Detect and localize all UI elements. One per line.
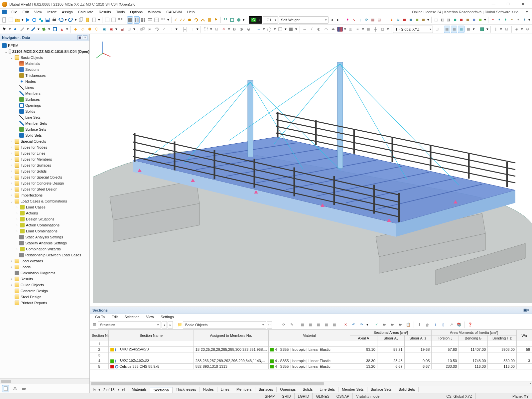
- bt-del-icon[interactable]: ✕: [342, 321, 349, 329]
- snap-line-icon[interactable]: ─: [302, 26, 308, 33]
- nav-tab-eye-icon[interactable]: [11, 385, 19, 392]
- redo-drop-icon[interactable]: ▾: [74, 16, 77, 24]
- bt-fx3-icon[interactable]: fх: [397, 321, 404, 329]
- axes2-icon[interactable]: ✶: [496, 16, 502, 24]
- tool-force-icon[interactable]: ↓: [357, 16, 363, 24]
- tree-lc6[interactable]: Static Analysis Settings: [0, 234, 89, 240]
- axes-toggle-icon[interactable]: ┼: [372, 26, 379, 33]
- mirror-icon[interactable]: [147, 26, 153, 33]
- panel-mono-icon[interactable]: [127, 16, 133, 24]
- workplane4-icon[interactable]: ▦: [465, 26, 471, 33]
- tab-nodes[interactable]: Nodes: [200, 387, 217, 392]
- table-row[interactable]: 4ⅠUKC 152x152x30283,286,287,289-292,296-…: [90, 358, 532, 364]
- tool-sq4-icon[interactable]: ◼: [421, 16, 426, 24]
- menu-edit[interactable]: Edit: [21, 9, 31, 15]
- tool-sq3-icon[interactable]: ◼: [414, 16, 420, 24]
- tab-surfaces[interactable]: Surfaces: [255, 387, 277, 392]
- cube-drop-icon[interactable]: ▾: [273, 26, 276, 33]
- tool-moment-icon[interactable]: ⟳: [364, 16, 369, 24]
- table-row[interactable]: 3: [90, 352, 532, 358]
- back-arrow-icon[interactable]: ←: [255, 26, 262, 33]
- bottom-dock-icon[interactable]: ▣: [523, 308, 527, 312]
- tab-solid-sets[interactable]: Solid Sets: [395, 387, 419, 392]
- workplane-drop-icon[interactable]: ▾: [472, 26, 475, 33]
- tree-types-lines[interactable]: ›Types for Lines: [0, 150, 89, 156]
- bt-trash-icon[interactable]: 🗑: [424, 321, 431, 329]
- tab-thicknesses[interactable]: Thicknesses: [173, 387, 200, 392]
- view-c5-icon[interactable]: ◼: [477, 16, 483, 24]
- addon-grid1-icon[interactable]: [222, 16, 228, 24]
- status-vis[interactable]: Visibility mode: [353, 393, 383, 399]
- support-tool-icon[interactable]: ▲: [59, 26, 65, 33]
- support-drop-icon[interactable]: ▾: [66, 26, 69, 33]
- panel-grid-icon[interactable]: [140, 16, 146, 24]
- new-block-icon[interactable]: [8, 16, 14, 24]
- menu-calculate[interactable]: Calculate: [76, 9, 95, 15]
- menu-results[interactable]: Results: [97, 9, 113, 15]
- page-first-icon[interactable]: I◂: [92, 388, 96, 391]
- menu-view[interactable]: View: [32, 9, 44, 15]
- view-c2-icon[interactable]: ◼: [459, 16, 464, 24]
- snap-grad-icon[interactable]: [337, 27, 343, 32]
- crop-icon[interactable]: ◫: [347, 26, 353, 33]
- menu-options[interactable]: Options: [128, 9, 145, 15]
- rotate-icon[interactable]: [154, 26, 160, 33]
- tree-lw[interactable]: ›Load Wizards: [0, 258, 89, 264]
- tool-sq-icon[interactable]: ◼: [402, 16, 407, 24]
- special-obj3-icon[interactable]: ⬣: [86, 26, 93, 33]
- menu-window[interactable]: Window: [146, 9, 163, 15]
- axes5-icon[interactable]: ✶: [515, 16, 521, 24]
- tree-types-members[interactable]: ›Types for Members: [0, 156, 89, 162]
- bt-clip-icon[interactable]: 📋: [405, 321, 412, 329]
- axes-drop-icon[interactable]: ▾: [528, 16, 531, 24]
- copy-icon[interactable]: [78, 16, 84, 24]
- bt-grid1-icon[interactable]: ▦: [299, 321, 306, 329]
- bt-grid3-icon[interactable]: ▦: [315, 321, 322, 329]
- divide-icon[interactable]: ⊹: [168, 26, 174, 33]
- col-Iz[interactable]: Bending I_z: [488, 335, 517, 341]
- nav-data-icon[interactable]: [104, 16, 110, 24]
- calc-result-icon[interactable]: [206, 16, 212, 24]
- sections-table[interactable]: Section No. Section Name Assigned to Mem…: [90, 330, 532, 381]
- ortho-drop-icon[interactable]: ▾: [386, 26, 389, 33]
- close-button[interactable]: ✕: [515, 0, 530, 9]
- col-Iy[interactable]: Bending Iᵧ: [459, 335, 488, 341]
- paste-icon[interactable]: [84, 16, 90, 24]
- workplane3-icon[interactable]: ▦: [458, 26, 464, 33]
- 3d-viewport[interactable]: [90, 34, 532, 307]
- tab-surface-sets[interactable]: Surface Sets: [367, 387, 395, 392]
- menu-tools[interactable]: Tools: [114, 9, 127, 15]
- redo-icon[interactable]: [68, 16, 74, 24]
- ortho-toggle-icon[interactable]: ◻: [379, 26, 386, 33]
- bp-menu-edit[interactable]: Edit: [109, 315, 120, 319]
- col-Az[interactable]: Shear A_z: [404, 335, 432, 341]
- tree-guide[interactable]: ›Guide Objects: [0, 282, 89, 288]
- menu-insert[interactable]: Insert: [45, 9, 59, 15]
- select-box-icon[interactable]: [202, 26, 209, 33]
- tool-fill-icon[interactable]: ▤: [376, 16, 382, 24]
- script-dropdown-icon[interactable]: ▾: [98, 16, 100, 24]
- tool-star-icon[interactable]: ✶: [345, 16, 350, 24]
- special-8-icon[interactable]: ⊞: [126, 26, 132, 33]
- navigator-tree[interactable]: RFEM ⌄21106-MCE-XX-ZZ-M3-C-1010-S4-C04 (…: [0, 41, 89, 378]
- select-box-drop-icon[interactable]: ▾: [210, 26, 213, 33]
- bt-section-lib-icon[interactable]: 📚: [456, 321, 463, 329]
- scale-icon[interactable]: ⤢: [161, 26, 167, 33]
- view-solid-icon[interactable]: ◧: [440, 16, 445, 24]
- workplane2-icon[interactable]: ▦: [451, 26, 457, 33]
- show-hide-2-icon[interactable]: ◑: [238, 26, 245, 33]
- axes6-icon[interactable]: ✶: [522, 16, 527, 24]
- license-dropdown-icon[interactable]: ▾: [524, 9, 530, 15]
- page-last-icon[interactable]: ▸I: [121, 388, 126, 391]
- snap-iso2-icon[interactable]: [330, 26, 336, 33]
- workplane1-icon[interactable]: ▦: [444, 26, 450, 33]
- col-sectionno[interactable]: Section No.: [90, 330, 109, 341]
- page-next-icon[interactable]: ▸: [117, 388, 121, 391]
- tree-steel[interactable]: Steel Design: [0, 294, 89, 300]
- tree-membersets[interactable]: Member Sets: [0, 120, 89, 126]
- tree-file[interactable]: ⌄21106-MCE-XX-ZZ-M3-C-1010-S4-C04 (Open): [0, 49, 89, 55]
- iso-view-icon[interactable]: ◈: [513, 26, 520, 33]
- tree-solidsets[interactable]: Solid Sets: [0, 132, 89, 138]
- grid-toggle-icon[interactable]: ▦: [365, 26, 371, 33]
- bp-menu-sel[interactable]: Selection: [122, 315, 142, 319]
